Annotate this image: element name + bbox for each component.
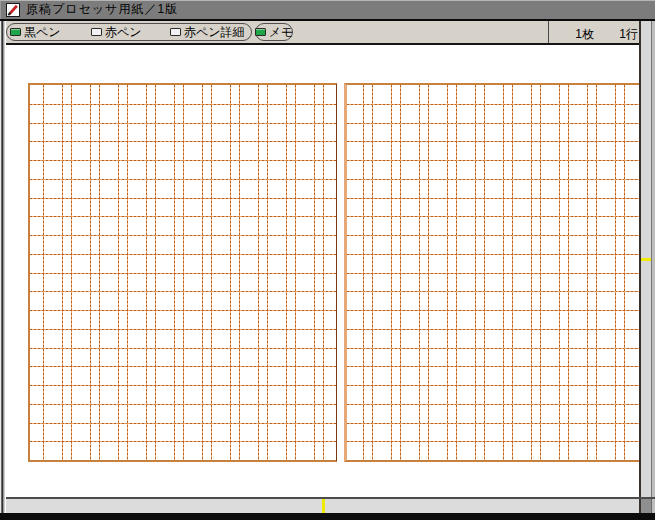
- line-count: 1行: [604, 26, 638, 43]
- window-title: 原稿プロセッサ用紙／1版: [26, 3, 178, 16]
- vertical-scroll-marker[interactable]: [641, 258, 651, 261]
- red-pen-label: 赤ペン: [105, 26, 142, 38]
- app-window: 原稿プロセッサ用紙／1版 黒ペン 赤ペン 赤ペン詳細 メモ 1枚 1行: [0, 0, 655, 520]
- status-separator: [548, 21, 549, 43]
- vertical-scrollbar[interactable]: [639, 21, 655, 497]
- red-pen-detail-led-icon: [170, 28, 181, 36]
- black-pen-button[interactable]: 黒ペン: [10, 23, 61, 41]
- red-pen-detail-button[interactable]: 赤ペン詳細: [170, 23, 245, 41]
- memo-led-icon: [255, 28, 266, 36]
- red-pen-button[interactable]: 赤ペン: [91, 23, 142, 41]
- bottom-bar: [0, 513, 655, 520]
- red-pen-led-icon: [91, 28, 102, 36]
- manuscript-grid-right: [347, 85, 639, 460]
- horizontal-scrollbar[interactable]: [6, 497, 639, 513]
- red-pen-detail-label: 赤ペン詳細: [184, 26, 245, 38]
- editor-canvas[interactable]: [6, 45, 639, 497]
- sheet-count: 1枚: [556, 26, 594, 43]
- toolbar: 黒ペン 赤ペン 赤ペン詳細 メモ 1枚 1行: [0, 21, 655, 45]
- title-bar: 原稿プロセッサ用紙／1版: [0, 0, 655, 21]
- memo-button-outline: メモ: [255, 23, 293, 41]
- memo-label: メモ: [269, 26, 294, 38]
- paper-page-left[interactable]: [28, 83, 337, 462]
- black-pen-label: 黒ペン: [24, 26, 61, 38]
- manuscript-grid-left: [30, 85, 336, 460]
- red-pen-icon[interactable]: [6, 3, 20, 17]
- horizontal-scroll-marker[interactable]: [322, 499, 325, 513]
- memo-button[interactable]: メモ: [255, 23, 294, 41]
- black-pen-led-icon: [10, 28, 21, 36]
- paper-page-right[interactable]: [344, 83, 639, 462]
- scrollbar-corner: [639, 497, 655, 513]
